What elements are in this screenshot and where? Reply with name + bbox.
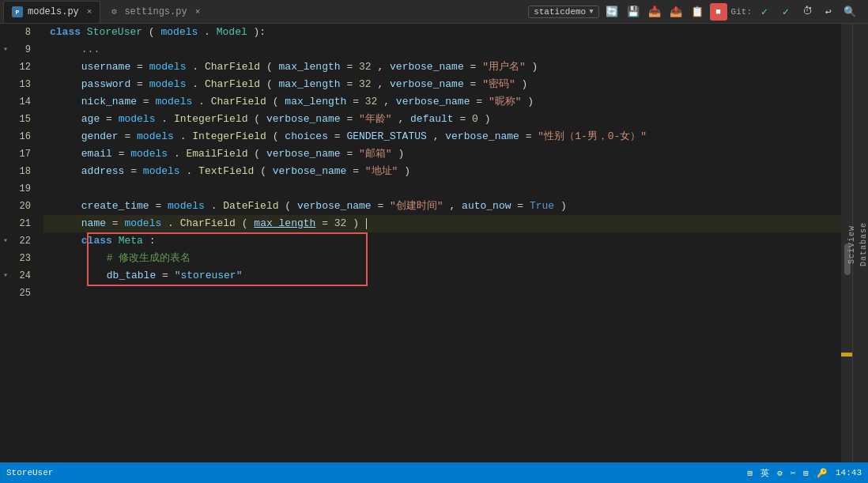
fold-icon-24[interactable]: ▾ — [1, 271, 10, 281]
code-line-21[interactable]: name = models . CharField ( max_length =… — [43, 215, 852, 232]
code-text: verbose_name — [273, 165, 347, 177]
code-line-9[interactable]: ... — [43, 41, 852, 58]
fold-icon-15[interactable] — [1, 115, 10, 124]
code-line-8[interactable]: class StoreUser ( models . Model ): — [43, 24, 852, 41]
status-ime[interactable]: 英 — [760, 467, 769, 479]
fold-icon-19[interactable] — [1, 184, 10, 194]
git-btn-3[interactable]: ⏱ — [798, 3, 816, 21]
git-btn-1[interactable]: ✓ — [756, 3, 773, 21]
code-text: = — [470, 78, 477, 90]
code-text: , — [383, 96, 390, 108]
fold-icon-20[interactable] — [1, 202, 10, 211]
branch-name: staticdemo — [534, 7, 586, 17]
code-line-23[interactable]: # 修改生成的表名 — [43, 250, 852, 267]
code-line-19[interactable] — [43, 180, 852, 198]
branch-badge[interactable]: staticdemo ▼ — [528, 6, 598, 18]
toolbar-btn-1[interactable]: 🔄 — [603, 3, 621, 21]
code-text: = — [346, 113, 353, 125]
code-text: ( — [254, 148, 260, 160]
fold-icon-23[interactable] — [1, 254, 10, 263]
code-line-18[interactable]: address = models . TextField ( verbose_n… — [43, 163, 852, 180]
toolbar-btn-3[interactable]: 📥 — [646, 3, 663, 21]
code-line-24[interactable]: db_table = "storeuser" — [43, 267, 852, 285]
toolbar-btn-2[interactable]: 💾 — [625, 3, 642, 21]
tab-models-close[interactable]: × — [87, 7, 92, 17]
code-text: GENDER_STATUS — [346, 130, 426, 142]
code-text: verbose_name — [266, 113, 341, 125]
line-num-12: 12 — [0, 58, 36, 76]
code-line-14[interactable]: nick_name = models . CharField ( max_len… — [43, 93, 852, 111]
code-text: models — [143, 165, 180, 177]
code-text: 32 — [334, 217, 347, 229]
code-text: , — [449, 200, 455, 212]
git-btn-2[interactable]: ✓ — [777, 3, 794, 21]
fold-icon-21[interactable] — [1, 219, 10, 228]
fold-icon-25[interactable] — [1, 289, 10, 298]
code-text: ( — [266, 61, 273, 73]
code-ellipsis: ... — [81, 43, 100, 55]
code-text: , — [377, 78, 383, 90]
code-text: . — [192, 78, 198, 90]
code-text: gender — [81, 130, 119, 142]
code-text: TextField — [198, 165, 254, 177]
code-text: verbose_name — [390, 61, 464, 73]
code-text: models — [160, 26, 198, 38]
fold-icon-18[interactable] — [1, 167, 10, 176]
code-line-20[interactable]: create_time = models . DateField ( verbo… — [43, 198, 852, 215]
fold-icon-13[interactable] — [1, 80, 10, 89]
code-text: ) — [353, 217, 359, 229]
line-num-16: 16 — [0, 128, 36, 145]
code-line-13[interactable]: password = models . CharField ( max_leng… — [43, 76, 852, 93]
status-settings-icon[interactable]: ⚙ — [777, 468, 783, 478]
sidebar-database-label[interactable]: Database — [859, 216, 868, 273]
undo-btn[interactable]: ↩ — [820, 3, 837, 21]
code-text: = — [346, 61, 353, 73]
code-line-17[interactable]: email = models . EmailField ( verbose_na… — [43, 145, 852, 163]
fold-icon-22[interactable]: ▾ — [1, 236, 10, 246]
fold-icon-16[interactable] — [1, 132, 10, 142]
code-line-22[interactable]: class Meta : — [43, 232, 852, 250]
code-text: db_table — [107, 270, 156, 281]
tab-settings-close[interactable]: × — [195, 7, 201, 17]
sidebar-sciview-label[interactable]: SciView — [847, 219, 856, 270]
fold-icon-8[interactable] — [1, 28, 10, 37]
code-text: max_length — [254, 217, 315, 229]
code-line-16[interactable]: gender = models . IntegerField ( choices… — [43, 128, 852, 145]
code-text: # 修改生成的表名 — [107, 252, 191, 264]
status-scissors-icon[interactable]: ✂ — [791, 468, 796, 478]
fold-icon-9[interactable]: ▾ — [1, 45, 10, 55]
tab-models-py[interactable]: P models.py × — [3, 1, 100, 23]
code-line-25[interactable] — [43, 285, 852, 302]
code-text: ) — [398, 148, 404, 160]
code-line-15[interactable]: age = models . IntegerField ( verbose_na… — [43, 111, 852, 128]
status-grid-icon[interactable]: ⊞ — [803, 468, 809, 478]
minimap-marker — [841, 353, 852, 357]
code-text: "邮箱" — [359, 148, 392, 160]
fold-icon-14[interactable] — [1, 97, 10, 107]
code-text: = — [377, 200, 383, 212]
code-text: name — [81, 217, 106, 229]
fold-icon-12[interactable] — [1, 62, 10, 72]
status-class-name: StoreUser — [6, 468, 53, 477]
code-area[interactable]: class StoreUser ( models . Model ): ... … — [43, 24, 852, 462]
code-line-12[interactable]: username = models . CharField ( max_leng… — [43, 58, 852, 76]
toolbar-stop-btn[interactable]: ■ — [710, 3, 727, 21]
toolbar-btn-5[interactable]: 📋 — [689, 3, 706, 21]
status-time: 14:43 — [836, 468, 862, 477]
fold-icon-17[interactable] — [1, 149, 10, 159]
code-text: ) — [485, 113, 491, 125]
status-lang-icon[interactable]: ⊞ — [747, 468, 753, 478]
code-text: . — [204, 26, 210, 38]
toolbar-btn-4[interactable]: 📤 — [667, 3, 685, 21]
code-text: "用户名" — [482, 61, 526, 73]
line-num-25: 25 — [0, 285, 36, 302]
code-text: max_length — [279, 61, 341, 73]
line-num-13: 13 — [0, 76, 36, 93]
code-text: Model — [217, 26, 247, 38]
code-text: ( — [285, 200, 291, 212]
search-btn[interactable]: 🔍 — [841, 3, 859, 21]
status-key-icon[interactable]: 🔑 — [817, 468, 828, 478]
tab-settings-py[interactable]: ⚙ settings.py × — [100, 1, 208, 23]
branch-dropdown-icon: ▼ — [589, 8, 593, 16]
tab-settings-label: settings.py — [124, 6, 187, 17]
